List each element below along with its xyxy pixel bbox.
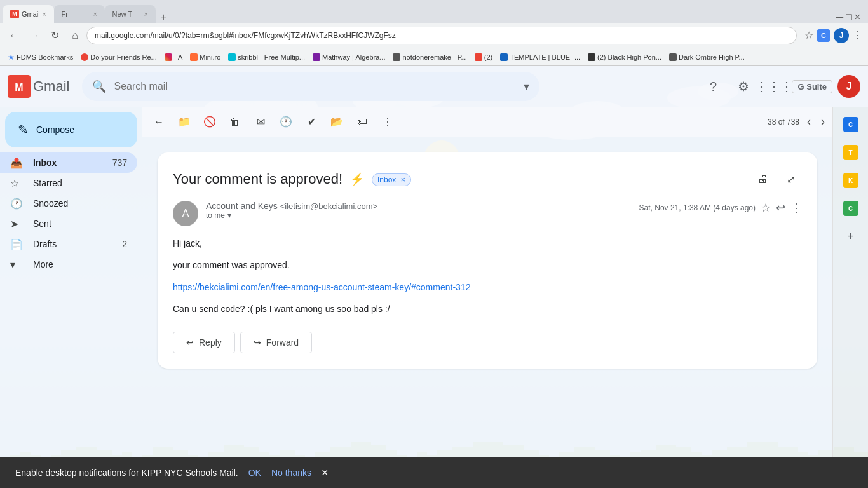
- reply-button[interactable]: ↩ Reply: [173, 332, 235, 353]
- bookmark-notdone[interactable]: notdoneremake - P...: [390, 52, 469, 62]
- more-options-button[interactable]: ⋮: [376, 111, 399, 133]
- tab-close-other2[interactable]: ×: [144, 11, 148, 18]
- more-email-options-button[interactable]: ⋮: [790, 201, 802, 215]
- more-icon: ▾: [10, 259, 23, 271]
- sidebar-item-drafts[interactable]: 📄 Drafts 2: [0, 234, 137, 254]
- notification-text: Enable desktop notifications for KIPP NY…: [15, 468, 238, 478]
- clock-icon: 🕐: [10, 198, 23, 210]
- email-subject: Your comment is approved!: [173, 171, 342, 187]
- home-button[interactable]: ⌂: [66, 27, 84, 44]
- close-button[interactable]: ×: [855, 11, 860, 23]
- tab-other1[interactable]: Fr ×: [54, 5, 105, 23]
- email-date: Sat, Nov 21, 1:38 AM (4 days ago): [639, 203, 756, 212]
- sidebar-item-more[interactable]: ▾ More: [0, 254, 137, 274]
- ok-button[interactable]: OK: [248, 468, 261, 478]
- calendar-ext-button[interactable]: C: [838, 112, 864, 137]
- settings-menu-button[interactable]: ⋮: [853, 29, 863, 41]
- profile-button[interactable]: J: [834, 28, 849, 43]
- bookmark-star[interactable]: ☆: [804, 29, 813, 41]
- search-bar: 🔍 ▾: [82, 72, 539, 101]
- contacts-ext-button[interactable]: C: [838, 196, 864, 221]
- email-toolbar: ← 📁 🚫 🗑 ✉ 🕐 ✔ 📂 🏷 ⋮ 38 of 738 ‹ ›: [142, 107, 832, 137]
- extensions-button[interactable]: C: [817, 29, 830, 42]
- minimize-button[interactable]: ─: [836, 11, 843, 23]
- email-from: Account and Keys <iletisim@bekcialimi.co…: [206, 201, 639, 211]
- close-notification-button[interactable]: ×: [322, 466, 329, 480]
- refresh-button[interactable]: ↻: [46, 27, 64, 44]
- email-to[interactable]: to me ▾: [206, 211, 639, 220]
- back-button[interactable]: ←: [5, 27, 23, 44]
- sidebar-item-starred[interactable]: ☆ Starred: [0, 173, 137, 193]
- sidebar-item-sent[interactable]: ➤ Sent: [0, 214, 137, 234]
- bolt-icon: ⚡: [350, 172, 364, 186]
- tab-close-gmail[interactable]: ×: [43, 11, 46, 18]
- sidebar: ✎ Compose 📥 Inbox 737 ☆ Starred 🕐 Snooze…: [0, 107, 142, 488]
- forward-arrow-icon: ↪: [254, 337, 261, 348]
- sidebar-item-snoozed[interactable]: 🕐 Snoozed: [0, 193, 137, 214]
- delete-button[interactable]: 🗑: [224, 111, 247, 133]
- search-input[interactable]: [114, 81, 516, 92]
- email-view: Your comment is approved! ⚡ Inbox × 🖨: [158, 152, 817, 369]
- new-window-button[interactable]: ⤢: [779, 168, 802, 191]
- apps-button[interactable]: ⋮⋮⋮: [761, 74, 787, 99]
- bookmark-insta[interactable]: - A: [162, 52, 185, 62]
- bookmark-template[interactable]: TEMPLATE | BLUE -...: [498, 52, 583, 62]
- tasks-ext-button[interactable]: T: [838, 140, 864, 165]
- archive-button[interactable]: 📁: [173, 111, 196, 133]
- bookmark-miniro[interactable]: Mini.ro: [187, 52, 223, 62]
- next-email-button[interactable]: ›: [818, 112, 827, 131]
- prev-email-button[interactable]: ‹: [804, 112, 813, 131]
- mark-unread-button[interactable]: ✉: [249, 111, 272, 133]
- extension-sidebar: C T K C: [832, 107, 868, 488]
- reply-email-button[interactable]: ↩: [776, 201, 785, 215]
- gmail-logo: M Gmail: [8, 75, 69, 98]
- remove-inbox-tag-button[interactable]: ×: [401, 175, 405, 184]
- forward-button[interactable]: →: [25, 27, 43, 44]
- drafts-icon: 📄: [10, 238, 23, 250]
- back-to-inbox-button[interactable]: ←: [147, 111, 170, 133]
- tab-other2[interactable]: New T ×: [105, 5, 156, 23]
- email-body: Hi jack, your comment was approved. http…: [173, 236, 802, 316]
- send-icon: ➤: [10, 218, 23, 230]
- keep-ext-button[interactable]: K: [838, 168, 864, 193]
- body-request: Can u send code? :( pls I want among us …: [173, 302, 802, 316]
- address-bar[interactable]: [86, 27, 797, 44]
- reply-arrow-icon: ↩: [186, 337, 194, 348]
- tab-close-other1[interactable]: ×: [93, 11, 97, 18]
- bookmark-darkombre[interactable]: Dark Ombre High P...: [667, 52, 747, 62]
- bookmark-fdms[interactable]: ★ FDMS Bookmarks: [5, 51, 76, 63]
- add-ext-button[interactable]: +: [838, 224, 864, 249]
- notification-bar: Enable desktop notifications for KIPP NY…: [0, 458, 868, 488]
- sidebar-item-inbox[interactable]: 📥 Inbox 737: [0, 152, 137, 173]
- report-spam-button[interactable]: 🚫: [198, 111, 221, 133]
- new-tab-button[interactable]: +: [156, 11, 172, 23]
- bookmark-skribbl[interactable]: skribbl - Free Multip...: [226, 52, 308, 62]
- search-dropdown-icon[interactable]: ▾: [524, 79, 529, 93]
- compose-button[interactable]: ✎ Compose: [5, 112, 137, 147]
- bookmark-2[interactable]: (2): [472, 52, 495, 62]
- labels-button[interactable]: 🏷: [351, 111, 374, 133]
- reply-forward-row: ↩ Reply ↪ Forward: [173, 332, 802, 353]
- star-email-button[interactable]: ☆: [761, 201, 771, 215]
- bookmark-mathway[interactable]: Mathway | Algebra...: [310, 52, 388, 62]
- snooze-button[interactable]: 🕐: [275, 111, 297, 133]
- search-icon: 🔍: [92, 79, 106, 93]
- star-icon: ☆: [10, 177, 23, 189]
- sender-avatar: A: [173, 201, 198, 226]
- bookmark-friends[interactable]: Do your Friends Re...: [78, 52, 159, 62]
- tab-gmail[interactable]: M Gmail ×: [3, 5, 54, 23]
- forward-button[interactable]: ↪ Forward: [240, 332, 312, 353]
- settings-button[interactable]: ⚙: [731, 74, 756, 99]
- maximize-button[interactable]: □: [846, 11, 852, 23]
- inbox-tag: Inbox ×: [372, 174, 411, 184]
- bookmark-blackhigh[interactable]: (2) Black High Pon...: [585, 52, 664, 62]
- user-avatar[interactable]: J: [837, 75, 860, 98]
- move-to-button[interactable]: 📂: [325, 111, 348, 133]
- comment-link[interactable]: https://bekcialimi.com/en/free-among-us-…: [173, 282, 470, 292]
- no-thanks-button[interactable]: No thanks: [271, 468, 311, 478]
- help-button[interactable]: ?: [700, 74, 726, 99]
- print-button[interactable]: 🖨: [751, 168, 774, 191]
- add-task-button[interactable]: ✔: [300, 111, 323, 133]
- body-greeting: Hi jack,: [173, 236, 802, 250]
- svg-text:M: M: [15, 82, 23, 93]
